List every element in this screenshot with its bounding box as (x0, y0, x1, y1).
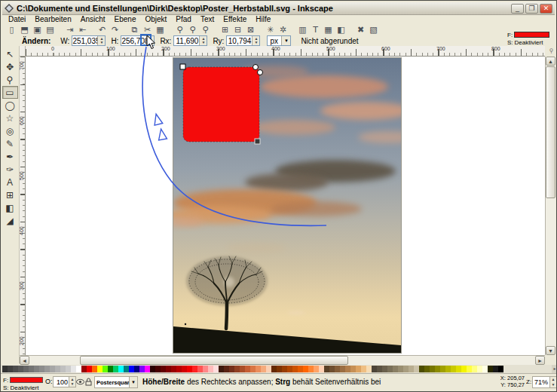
palette-swatch[interactable] (419, 366, 424, 372)
palette-swatch[interactable] (44, 366, 50, 372)
palette-swatch[interactable] (477, 366, 482, 372)
palette-swatch[interactable] (414, 366, 419, 372)
palette-swatch[interactable] (324, 366, 329, 372)
copy-icon[interactable]: ⧉ (128, 24, 141, 35)
palette-swatch[interactable] (39, 366, 44, 372)
node-editor-tool-icon[interactable]: ✥ (2, 60, 18, 73)
new-document-icon[interactable]: ▯ (5, 24, 18, 35)
palette-swatch[interactable] (456, 366, 461, 372)
scroll-down-arrow[interactable]: ▼ (546, 346, 555, 355)
palette-swatch[interactable] (245, 366, 250, 372)
save-document-icon[interactable]: ▣ (31, 24, 44, 35)
text-dialog-icon[interactable]: T (309, 24, 322, 35)
palette-swatch[interactable] (219, 366, 224, 372)
palette-swatch[interactable] (303, 366, 308, 372)
palette-swatch[interactable] (118, 366, 124, 372)
palette-swatch[interactable] (488, 366, 493, 372)
height-spinbox[interactable]: 256,708▲▼ (121, 35, 155, 46)
palette-swatch[interactable] (277, 366, 282, 372)
dropper-tool-icon[interactable]: ◢ (2, 214, 18, 227)
rx-spinbox[interactable]: 11,690▲▼ (173, 35, 207, 46)
palette-swatch[interactable] (430, 366, 435, 372)
palette-swatch[interactable] (319, 366, 324, 372)
palette-swatch[interactable] (282, 366, 287, 372)
title-bar[interactable]: C:\Dokumente und Einstellungen\Dirk\Desk… (2, 2, 555, 15)
unlink-clone-icon[interactable]: ⊠ (244, 24, 257, 35)
palette-swatch[interactable] (2, 366, 8, 372)
menu-item[interactable]: Text (197, 15, 218, 24)
palette-swatch[interactable] (335, 366, 340, 372)
palette-swatch[interactable] (361, 366, 366, 372)
width-spinner-arrows[interactable]: ▲▼ (97, 36, 105, 45)
unit-dropdown[interactable]: px▼ (267, 35, 291, 46)
menu-item[interactable]: Hilfe (252, 15, 274, 24)
palette-swatch[interactable] (129, 366, 134, 372)
menu-item[interactable]: Ebene (111, 15, 140, 24)
zoom-tool-icon[interactable]: ⚲ (2, 73, 18, 86)
palette-swatch[interactable] (398, 366, 403, 372)
palette-swatch[interactable] (340, 366, 345, 372)
palette-swatch[interactable] (472, 366, 477, 372)
palette-swatch[interactable] (18, 366, 23, 372)
palette-swatch[interactable] (103, 366, 108, 372)
palette-swatch[interactable] (197, 366, 203, 372)
palette-swatch[interactable] (92, 366, 97, 372)
palette-swatch[interactable] (187, 366, 192, 372)
palette-swatch[interactable] (372, 366, 377, 372)
palette-swatch[interactable] (292, 366, 298, 372)
palette-swatch[interactable] (350, 366, 356, 372)
sunset-tree-photo[interactable] (173, 57, 402, 354)
palette-swatch[interactable] (81, 366, 87, 372)
calligraphy-tool-icon[interactable]: ✑ (2, 163, 18, 176)
palette-swatch[interactable] (8, 366, 13, 372)
vertical-scroll-thumb[interactable] (546, 66, 555, 198)
palette-swatch[interactable] (256, 366, 261, 372)
palette-swatch[interactable] (356, 366, 361, 372)
duplicate-icon[interactable]: ⊞ (219, 24, 231, 35)
palette-swatch[interactable] (266, 366, 271, 372)
cut-icon[interactable]: ✂ (141, 24, 154, 35)
palette-swatch[interactable] (240, 366, 245, 372)
text-tool-icon[interactable]: A (2, 176, 18, 188)
palette-swatch[interactable] (467, 366, 472, 372)
opacity-spinner-arrows[interactable]: ▲▼ (69, 377, 75, 387)
zoom-spinbox[interactable]: 71%▲▼ (532, 376, 557, 388)
height-spinner-arrows[interactable]: ▲▼ (146, 36, 154, 45)
redo-icon[interactable]: ↷ (109, 24, 121, 35)
zoom-spinner-arrows[interactable]: ▲▼ (549, 377, 556, 387)
ry-spinner-arrows[interactable]: ▲▼ (252, 36, 259, 45)
menu-item[interactable]: Effekte (219, 15, 250, 24)
palette-swatch[interactable] (366, 366, 372, 372)
connector-tool-icon[interactable]: ⊞ (2, 188, 18, 201)
opacity-spinbox[interactable]: 100▲▼ (53, 376, 76, 387)
minimize-button[interactable]: _ (511, 4, 524, 14)
palette-swatch[interactable] (314, 366, 319, 372)
palette-swatch[interactable] (166, 366, 171, 372)
pencil-tool-icon[interactable]: ✎ (2, 137, 18, 150)
not-rounded-button[interactable]: Nicht abgerundet (301, 37, 358, 45)
palette-swatch[interactable] (377, 366, 382, 372)
palette-swatch[interactable] (308, 366, 314, 372)
palette-swatch[interactable] (176, 366, 182, 372)
menu-item[interactable]: Pfad (172, 15, 195, 24)
palette-swatch[interactable] (50, 366, 55, 372)
group-icon[interactable]: ✳ (264, 24, 277, 35)
clone-icon[interactable]: ⊟ (231, 24, 244, 35)
ungroup-icon[interactable]: ✲ (277, 24, 289, 35)
palette-swatch[interactable] (134, 366, 139, 372)
palette-swatch[interactable] (403, 366, 409, 372)
palette-swatch[interactable] (435, 366, 440, 372)
open-document-icon[interactable]: ⬒ (18, 24, 31, 35)
palette-swatch[interactable] (145, 366, 150, 372)
palette-swatch[interactable] (213, 366, 219, 372)
palette-swatch[interactable] (234, 366, 240, 372)
scroll-left-arrow[interactable]: ◄ (20, 356, 29, 365)
preferences-icon[interactable]: ✖ (354, 24, 367, 35)
zoom-page-icon[interactable]: ⚲ (199, 24, 212, 35)
ry-spinbox[interactable]: 10,794▲▼ (226, 35, 260, 46)
vertical-ruler[interactable]: 700600500400300200 (20, 57, 26, 355)
menu-item[interactable]: Datei (5, 15, 29, 24)
scroll-up-arrow[interactable]: ▲ (546, 57, 555, 66)
pen-tool-icon[interactable]: ✒ (2, 150, 18, 163)
palette-swatch[interactable] (387, 366, 393, 372)
